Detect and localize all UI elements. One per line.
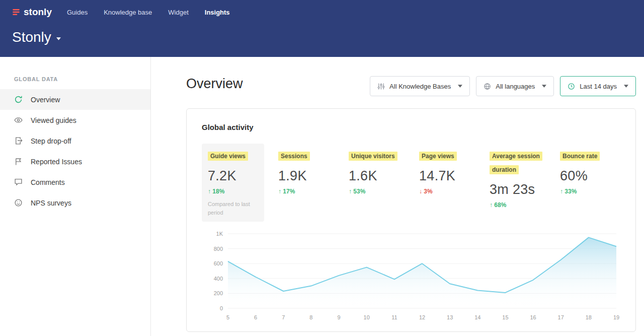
chevron-down-icon <box>56 37 61 40</box>
svg-text:10: 10 <box>364 314 370 320</box>
nav-item-insights[interactable]: Insights <box>205 9 230 16</box>
metric-label: Unique visitors <box>349 149 399 162</box>
metric-average-session-duration[interactable]: Average session duration 3m 23s ↑ 68% <box>484 144 546 222</box>
svg-text:600: 600 <box>214 260 223 266</box>
stonly-logo-icon <box>12 8 20 16</box>
step-dropoff-icon <box>14 137 23 145</box>
workspace-selector[interactable]: Stonly <box>12 29 61 45</box>
filter-label: All languages <box>496 83 535 90</box>
svg-text:14: 14 <box>474 314 480 320</box>
sidebar-item-viewed-guides[interactable]: Viewed guides <box>0 110 150 130</box>
sidebar-item-label: Reported Issues <box>31 158 82 166</box>
svg-text:16: 16 <box>530 314 536 320</box>
sidebar-item-comments[interactable]: Comments <box>0 172 150 192</box>
sidebar-item-label: Overview <box>31 96 60 104</box>
filter-all-knowledge-bases[interactable]: All Knowledge Bases <box>370 76 470 96</box>
metric-change: ↑ 33% <box>560 188 610 195</box>
metric-value: 1.9K <box>278 168 329 184</box>
metric-sessions[interactable]: Sessions 1.9K ↑ 17% <box>272 144 335 222</box>
metric-value: 7.2K <box>208 168 258 184</box>
metric-note: Compared to last period <box>208 200 260 217</box>
svg-text:400: 400 <box>214 276 223 282</box>
sidebar-items: Overview Viewed guides Step drop-off Rep… <box>0 89 150 213</box>
filter-label: Last 14 days <box>580 83 617 90</box>
metric-change: ↑ 17% <box>278 188 329 195</box>
nav-item-guides[interactable]: Guides <box>67 9 88 16</box>
svg-text:15: 15 <box>502 314 508 320</box>
app-header: stonly GuidesKnowledge baseWidgetInsight… <box>0 0 644 57</box>
svg-text:5: 5 <box>226 314 229 320</box>
sidebar-item-label: Viewed guides <box>31 116 76 124</box>
metric-value: 3m 23s <box>490 182 540 197</box>
svg-text:9: 9 <box>338 314 341 320</box>
sidebar-item-reported-issues[interactable]: Reported Issues <box>0 151 150 172</box>
metric-label: Guide views <box>208 149 258 162</box>
flag-icon <box>14 157 23 166</box>
metric-label: Page views <box>419 149 469 162</box>
sidebar-section-label: GLOBAL DATA <box>0 76 150 82</box>
main-header-row: Overview All Knowledge Bases All languag… <box>186 76 636 96</box>
overview-icon <box>14 95 23 104</box>
filter-label: All Knowledge Bases <box>389 83 451 90</box>
clock-icon <box>568 83 575 90</box>
svg-text:11: 11 <box>391 314 397 320</box>
metric-unique-visitors[interactable]: Unique visitors 1.6K ↑ 53% <box>343 144 405 222</box>
filter-last-14-days[interactable]: Last 14 days <box>560 76 636 96</box>
svg-text:18: 18 <box>586 314 592 320</box>
svg-text:800: 800 <box>214 246 223 252</box>
global-activity-card: Global activity Guide views 7.2K ↑ 18% C… <box>186 108 636 332</box>
stonly-logo[interactable]: stonly <box>12 7 52 18</box>
metric-guide-views[interactable]: Guide views 7.2K ↑ 18% Compared to last … <box>202 144 264 222</box>
filters-row: All Knowledge Bases All languages Last 1… <box>370 76 636 96</box>
metric-page-views[interactable]: Page views 14.7K ↓ 3% <box>413 144 475 222</box>
svg-text:19: 19 <box>613 314 619 320</box>
metric-label: Sessions <box>278 149 329 162</box>
logo-text: stonly <box>24 7 52 18</box>
svg-text:12: 12 <box>419 314 425 320</box>
metric-value: 60% <box>560 168 610 184</box>
metric-change: ↑ 53% <box>349 188 399 195</box>
smiley-icon <box>14 198 23 207</box>
sidebar-item-label: Comments <box>31 178 65 186</box>
nav-item-widget[interactable]: Widget <box>168 9 188 16</box>
svg-text:7: 7 <box>282 314 285 320</box>
metric-bounce-rate[interactable]: Bounce rate 60% ↑ 33% <box>554 144 616 222</box>
workspace-name: Stonly <box>12 29 51 45</box>
metric-value: 1.6K <box>349 168 399 184</box>
top-nav: stonly GuidesKnowledge baseWidgetInsight… <box>12 0 632 21</box>
metric-change: ↓ 3% <box>419 188 469 195</box>
main-content: Overview All Knowledge Bases All languag… <box>151 57 644 336</box>
filter-all-languages[interactable]: All languages <box>476 76 554 96</box>
chevron-down-icon <box>458 85 462 88</box>
eye-icon <box>14 116 23 124</box>
svg-text:0: 0 <box>220 305 223 311</box>
sidebar-item-overview[interactable]: Overview <box>0 89 150 110</box>
sidebar: GLOBAL DATA Overview Viewed guides Step … <box>0 57 151 336</box>
svg-text:8: 8 <box>309 314 312 320</box>
svg-text:13: 13 <box>447 314 453 320</box>
card-title: Global activity <box>202 123 620 131</box>
knowledge-base-filter-icon <box>377 83 385 90</box>
svg-text:17: 17 <box>558 314 564 320</box>
metric-label: Average session duration <box>490 149 540 176</box>
global-activity-chart: 02004006008001K5678910111213141516171819 <box>202 229 620 323</box>
metric-change: ↑ 68% <box>490 201 540 209</box>
sidebar-item-label: NPS surveys <box>31 199 71 207</box>
globe-icon <box>484 83 491 90</box>
page-layout: GLOBAL DATA Overview Viewed guides Step … <box>0 57 644 336</box>
page-title: Overview <box>186 76 243 92</box>
topnav-items: GuidesKnowledge baseWidgetInsights <box>67 9 230 16</box>
comment-icon <box>14 178 23 186</box>
sidebar-item-nps-surveys[interactable]: NPS surveys <box>0 192 150 213</box>
metric-change: ↑ 18% <box>208 188 258 195</box>
svg-text:1K: 1K <box>216 231 223 237</box>
metrics-row: Guide views 7.2K ↑ 18% Compared to last … <box>202 144 620 222</box>
chevron-down-icon <box>542 85 546 88</box>
sidebar-item-step-drop-off[interactable]: Step drop-off <box>0 130 150 151</box>
sidebar-item-label: Step drop-off <box>31 137 71 145</box>
svg-text:200: 200 <box>214 291 223 297</box>
metric-value: 14.7K <box>419 168 469 184</box>
nav-item-knowledge-base[interactable]: Knowledge base <box>104 9 152 16</box>
chevron-down-icon <box>624 85 628 88</box>
metric-label: Bounce rate <box>560 149 610 162</box>
